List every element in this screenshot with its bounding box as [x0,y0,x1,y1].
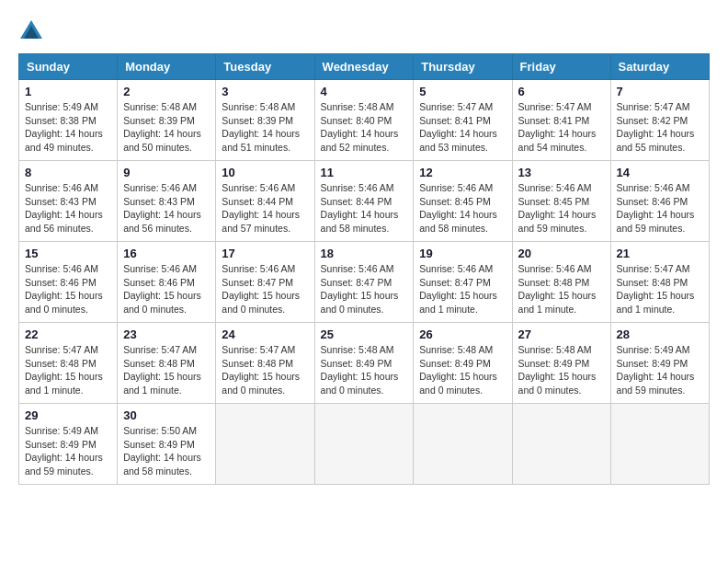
day-info: Sunrise: 5:47 AM Sunset: 8:48 PM Dayligh… [617,262,703,316]
calendar-cell: 22Sunrise: 5:47 AM Sunset: 8:48 PM Dayli… [19,323,118,404]
calendar-cell: 6Sunrise: 5:47 AM Sunset: 8:41 PM Daylig… [512,80,610,161]
calendar-cell [216,404,314,485]
day-number: 20 [518,247,605,260]
day-info: Sunrise: 5:46 AM Sunset: 8:44 PM Dayligh… [321,181,408,236]
calendar-cell: 30Sunrise: 5:50 AM Sunset: 8:49 PM Dayli… [118,404,216,485]
calendar-cell: 20Sunrise: 5:46 AM Sunset: 8:48 PM Dayli… [512,242,610,323]
day-info: Sunrise: 5:48 AM Sunset: 8:40 PM Dayligh… [321,100,408,155]
day-info: Sunrise: 5:46 AM Sunset: 8:45 PM Dayligh… [419,181,506,236]
day-number: 14 [617,166,703,179]
day-number: 11 [321,166,408,179]
calendar-cell: 15Sunrise: 5:46 AM Sunset: 8:46 PM Dayli… [19,242,118,323]
day-number: 29 [25,408,111,422]
day-info: Sunrise: 5:47 AM Sunset: 8:48 PM Dayligh… [123,343,210,397]
calendar-cell: 24Sunrise: 5:47 AM Sunset: 8:48 PM Dayli… [216,323,314,404]
day-info: Sunrise: 5:46 AM Sunset: 8:47 PM Dayligh… [222,262,308,316]
day-number: 19 [419,247,506,260]
day-info: Sunrise: 5:46 AM Sunset: 8:46 PM Dayligh… [617,181,703,236]
calendar-header-monday: Monday [118,54,216,80]
calendar-cell: 17Sunrise: 5:46 AM Sunset: 8:47 PM Dayli… [216,242,314,323]
calendar-header-thursday: Thursday [414,54,512,80]
day-info: Sunrise: 5:46 AM Sunset: 8:46 PM Dayligh… [123,262,210,316]
day-info: Sunrise: 5:49 AM Sunset: 8:49 PM Dayligh… [25,424,111,478]
calendar-cell: 21Sunrise: 5:47 AM Sunset: 8:48 PM Dayli… [610,242,709,323]
day-number: 25 [321,327,408,341]
day-number: 4 [321,85,408,98]
calendar-cell: 28Sunrise: 5:49 AM Sunset: 8:49 PM Dayli… [610,323,709,404]
day-info: Sunrise: 5:48 AM Sunset: 8:39 PM Dayligh… [222,100,308,155]
day-number: 2 [123,85,210,98]
day-info: Sunrise: 5:46 AM Sunset: 8:47 PM Dayligh… [419,262,506,316]
day-info: Sunrise: 5:49 AM Sunset: 8:49 PM Dayligh… [617,343,703,397]
day-info: Sunrise: 5:46 AM Sunset: 8:44 PM Dayligh… [222,181,308,236]
day-number: 1 [25,85,111,98]
calendar-cell: 9Sunrise: 5:46 AM Sunset: 8:43 PM Daylig… [118,161,216,242]
day-number: 9 [123,166,210,179]
calendar-cell [512,404,610,485]
calendar-cell: 11Sunrise: 5:46 AM Sunset: 8:44 PM Dayli… [314,161,414,242]
calendar-header-row: SundayMondayTuesdayWednesdayThursdayFrid… [19,54,710,80]
calendar-cell: 3Sunrise: 5:48 AM Sunset: 8:39 PM Daylig… [216,80,314,161]
day-number: 21 [617,247,703,260]
calendar-header-wednesday: Wednesday [314,54,414,80]
day-number: 27 [518,327,605,341]
day-info: Sunrise: 5:46 AM Sunset: 8:43 PM Dayligh… [123,181,210,236]
day-number: 18 [321,247,408,260]
logo [18,18,48,44]
day-info: Sunrise: 5:47 AM Sunset: 8:41 PM Dayligh… [518,100,605,155]
page-header [18,18,710,44]
day-number: 17 [222,247,308,260]
calendar-header-sunday: Sunday [19,54,118,80]
calendar-cell: 12Sunrise: 5:46 AM Sunset: 8:45 PM Dayli… [414,161,512,242]
calendar-cell: 13Sunrise: 5:46 AM Sunset: 8:45 PM Dayli… [512,161,610,242]
calendar-cell [314,404,414,485]
day-number: 5 [419,85,506,98]
day-info: Sunrise: 5:46 AM Sunset: 8:43 PM Dayligh… [25,181,111,236]
day-number: 8 [25,166,111,179]
calendar-cell: 5Sunrise: 5:47 AM Sunset: 8:41 PM Daylig… [414,80,512,161]
calendar-header-tuesday: Tuesday [216,54,314,80]
calendar-header-friday: Friday [512,54,610,80]
day-number: 10 [222,166,308,179]
calendar-cell: 14Sunrise: 5:46 AM Sunset: 8:46 PM Dayli… [610,161,709,242]
calendar-cell: 19Sunrise: 5:46 AM Sunset: 8:47 PM Dayli… [414,242,512,323]
calendar-cell: 1Sunrise: 5:49 AM Sunset: 8:38 PM Daylig… [19,80,118,161]
day-number: 7 [617,85,703,98]
calendar-cell: 2Sunrise: 5:48 AM Sunset: 8:39 PM Daylig… [118,80,216,161]
calendar-week-4: 22Sunrise: 5:47 AM Sunset: 8:48 PM Dayli… [19,323,710,404]
day-number: 22 [25,327,111,341]
calendar-week-1: 1Sunrise: 5:49 AM Sunset: 8:38 PM Daylig… [19,80,710,161]
calendar-table: SundayMondayTuesdayWednesdayThursdayFrid… [18,53,710,485]
day-number: 15 [25,247,111,260]
calendar-cell: 29Sunrise: 5:49 AM Sunset: 8:49 PM Dayli… [19,404,118,485]
calendar-cell: 16Sunrise: 5:46 AM Sunset: 8:46 PM Dayli… [118,242,216,323]
day-info: Sunrise: 5:47 AM Sunset: 8:41 PM Dayligh… [419,100,506,155]
calendar-cell: 4Sunrise: 5:48 AM Sunset: 8:40 PM Daylig… [314,80,414,161]
calendar-cell: 10Sunrise: 5:46 AM Sunset: 8:44 PM Dayli… [216,161,314,242]
day-number: 6 [518,85,605,98]
day-info: Sunrise: 5:47 AM Sunset: 8:48 PM Dayligh… [222,343,308,397]
day-number: 13 [518,166,605,179]
calendar-week-5: 29Sunrise: 5:49 AM Sunset: 8:49 PM Dayli… [19,404,710,485]
day-info: Sunrise: 5:48 AM Sunset: 8:49 PM Dayligh… [518,343,605,397]
day-number: 3 [222,85,308,98]
calendar-cell: 18Sunrise: 5:46 AM Sunset: 8:47 PM Dayli… [314,242,414,323]
calendar-cell: 23Sunrise: 5:47 AM Sunset: 8:48 PM Dayli… [118,323,216,404]
day-number: 16 [123,247,210,260]
day-number: 24 [222,327,308,341]
day-info: Sunrise: 5:48 AM Sunset: 8:49 PM Dayligh… [419,343,506,397]
day-info: Sunrise: 5:46 AM Sunset: 8:46 PM Dayligh… [25,262,111,316]
day-info: Sunrise: 5:46 AM Sunset: 8:45 PM Dayligh… [518,181,605,236]
day-number: 30 [123,408,210,422]
calendar-cell: 27Sunrise: 5:48 AM Sunset: 8:49 PM Dayli… [512,323,610,404]
day-number: 28 [617,327,703,341]
calendar-week-2: 8Sunrise: 5:46 AM Sunset: 8:43 PM Daylig… [19,161,710,242]
day-info: Sunrise: 5:48 AM Sunset: 8:49 PM Dayligh… [321,343,408,397]
calendar-cell: 25Sunrise: 5:48 AM Sunset: 8:49 PM Dayli… [314,323,414,404]
calendar-cell: 8Sunrise: 5:46 AM Sunset: 8:43 PM Daylig… [19,161,118,242]
calendar-cell [414,404,512,485]
day-number: 26 [419,327,506,341]
day-info: Sunrise: 5:46 AM Sunset: 8:47 PM Dayligh… [321,262,408,316]
calendar-cell: 26Sunrise: 5:48 AM Sunset: 8:49 PM Dayli… [414,323,512,404]
day-info: Sunrise: 5:49 AM Sunset: 8:38 PM Dayligh… [25,100,111,155]
